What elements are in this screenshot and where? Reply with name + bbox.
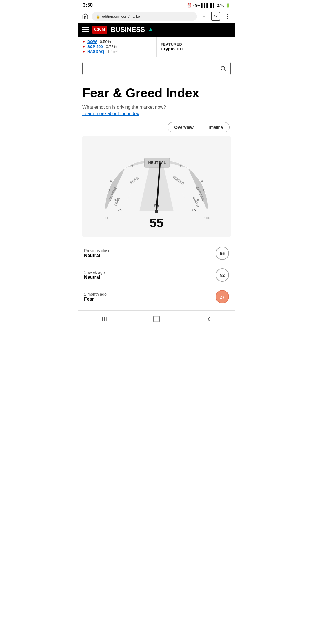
svg-text:0: 0 (105, 216, 108, 220)
status-bar: 3:50 ⏰ 4G+ ▌▌▌ ▌▌ 27% 🔋 (78, 0, 235, 10)
nasdaq-change: -1.25% (106, 49, 118, 54)
teal-triangle-icon (149, 28, 152, 31)
search-icon (220, 65, 226, 72)
month-ago-row: 1 month ago Fear 27 (84, 286, 229, 307)
market-tickers: ▼ DOW -0.50% ▼ S&P 500 -0.72% ▼ NASDAQ -… (78, 37, 157, 57)
sp500-name[interactable]: S&P 500 (87, 44, 103, 49)
browser-chrome: 🔒 edition.cnn.com/marke + 42 ⋮ (78, 10, 235, 23)
cnn-header: CNN BUSINESS (78, 23, 235, 37)
main-content: Fear & Greed Index What emotion is drivi… (78, 80, 235, 307)
timeline-tab[interactable]: Timeline (200, 122, 230, 132)
search-input[interactable] (87, 66, 220, 71)
svg-line-1 (224, 70, 226, 71)
nasdaq-ticker[interactable]: ▼ NASDAQ -1.25% (82, 49, 152, 54)
url-bar[interactable]: 🔒 edition.cnn.com/marke (92, 12, 197, 21)
down-arrow-icon: ▼ (82, 40, 85, 44)
previous-close-label: Neutral (84, 253, 110, 258)
svg-text:GREED: GREED (172, 175, 185, 186)
gauge-svg: NEUTRAL FEAR GREED EXTREME FEAR EXTREME … (85, 139, 228, 232)
previous-close-row: Previous close Neutral 55 (84, 243, 229, 264)
svg-point-12 (109, 189, 110, 191)
svg-point-15 (203, 189, 204, 191)
learn-more-link[interactable]: Learn more about the index (82, 111, 139, 116)
cnn-logo: CNN (92, 26, 107, 34)
subtitle: What emotion is driving the market now? (82, 105, 231, 110)
status-time: 3:50 (83, 2, 93, 8)
week-ago-row: 1 week ago Neutral 52 (84, 264, 229, 286)
featured-label: FEATURED (161, 42, 231, 46)
featured-section[interactable]: FEATURED Crypto 101 (157, 37, 235, 57)
nav-recent-tabs[interactable] (96, 315, 113, 323)
svg-text:75: 75 (191, 208, 196, 212)
tabs-count-button[interactable]: 42 (211, 12, 220, 21)
svg-point-17 (131, 165, 133, 167)
search-box[interactable] (82, 62, 231, 75)
url-text: edition.cnn.com/marke (102, 14, 140, 19)
down-arrow-icon3: ▼ (82, 50, 85, 53)
lock-icon: 🔒 (96, 14, 100, 19)
home-button[interactable] (81, 12, 89, 20)
svg-text:FEAR: FEAR (129, 176, 140, 185)
signal-icon: ▌▌▌ (201, 3, 209, 8)
svg-text:55: 55 (150, 216, 163, 230)
gauge-wrapper: NEUTRAL FEAR GREED EXTREME FEAR EXTREME … (85, 139, 228, 232)
down-arrow-icon2: ▼ (82, 45, 85, 48)
svg-point-25 (155, 210, 158, 213)
svg-text:NEUTRAL: NEUTRAL (148, 161, 166, 165)
more-options-button[interactable]: ⋮ (223, 12, 232, 21)
svg-point-14 (197, 199, 199, 201)
month-ago-info: 1 month ago Fear (84, 292, 107, 302)
week-ago-label: Neutral (84, 275, 105, 280)
featured-title: Crypto 101 (161, 46, 231, 51)
svg-point-11 (114, 199, 116, 201)
dow-ticker[interactable]: ▼ DOW -0.50% (82, 39, 152, 44)
svg-point-0 (221, 66, 225, 70)
gauge-container: NEUTRAL FEAR GREED EXTREME FEAR EXTREME … (82, 136, 231, 237)
nasdaq-name[interactable]: NASDAQ (87, 49, 104, 54)
svg-point-18 (180, 165, 182, 167)
status-icons: ⏰ 4G+ ▌▌▌ ▌▌ 27% 🔋 (187, 3, 230, 8)
view-toggle: Overview Timeline (82, 122, 230, 132)
month-ago-period: 1 month ago (84, 292, 107, 296)
previous-close-info: Previous close Neutral (84, 248, 110, 258)
battery-icon: 🔋 (225, 3, 230, 8)
week-ago-period: 1 week ago (84, 270, 105, 275)
network-label: 4G+ (193, 3, 200, 8)
overview-tab[interactable]: Overview (168, 122, 200, 132)
svg-rect-30 (154, 316, 159, 322)
svg-text:FEAR: FEAR (114, 197, 120, 207)
dow-change: -0.50% (99, 39, 111, 44)
svg-point-13 (110, 181, 112, 182)
dow-name[interactable]: DOW (87, 39, 97, 44)
signal-icon2: ▌▌ (210, 3, 216, 8)
add-tab-button[interactable]: + (199, 12, 209, 21)
svg-text:100: 100 (204, 216, 210, 220)
history-section: Previous close Neutral 55 1 week ago Neu… (82, 243, 231, 307)
hamburger-menu-button[interactable] (82, 27, 89, 32)
alarm-icon: ⏰ (187, 3, 192, 8)
svg-point-16 (201, 181, 203, 182)
svg-text:25: 25 (117, 208, 122, 212)
previous-close-badge: 55 (216, 247, 229, 260)
nav-home[interactable] (148, 315, 165, 323)
bottom-nav (78, 310, 235, 326)
battery-label: 27% (217, 3, 224, 8)
sp500-change: -0.72% (105, 44, 117, 49)
business-label: BUSINESS (111, 26, 145, 34)
week-ago-info: 1 week ago Neutral (84, 270, 105, 280)
month-ago-badge: 27 (216, 290, 229, 303)
page-title: Fear & Greed Index (82, 86, 231, 100)
ticker-bar: ▼ DOW -0.50% ▼ S&P 500 -0.72% ▼ NASDAQ -… (78, 37, 235, 57)
nav-back[interactable] (200, 315, 217, 323)
svg-text:GREED: GREED (192, 196, 200, 208)
search-container (78, 57, 235, 80)
month-ago-label: Fear (84, 296, 107, 302)
week-ago-badge: 52 (216, 268, 229, 282)
sp500-ticker[interactable]: ▼ S&P 500 -0.72% (82, 44, 152, 49)
previous-close-period: Previous close (84, 248, 110, 253)
